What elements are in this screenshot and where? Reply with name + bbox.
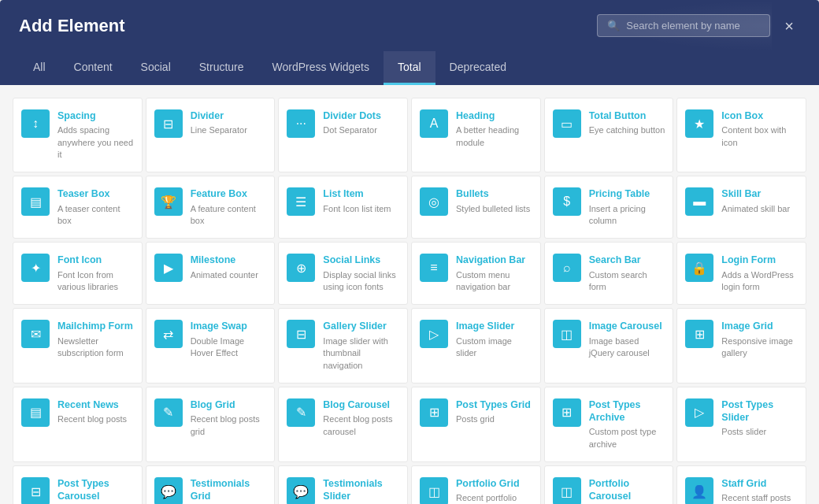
- element-card-social-links[interactable]: ⊕ Social Links Display social links usin…: [278, 242, 408, 305]
- element-icon: ▤: [21, 398, 50, 427]
- element-card-milestone[interactable]: ▶ Milestone Animated counter: [146, 242, 276, 305]
- element-text: Search Bar Custom search form: [589, 254, 665, 293]
- element-desc: Recent blog posts carousel: [323, 413, 399, 438]
- element-title: Icon Box: [721, 109, 798, 122]
- element-desc: Image slider with thumbnail navigation: [323, 335, 399, 372]
- element-text: Post Types Archive Custom post type arch…: [589, 398, 665, 450]
- element-card-mailchimp-form[interactable]: ✉ Mailchimp Form Newsletter subscription…: [13, 308, 143, 383]
- tab-deprecated[interactable]: Deprecated: [435, 51, 521, 85]
- element-card-total-button[interactable]: ▭ Total Button Eye catching button: [544, 98, 674, 172]
- tab-structure[interactable]: Structure: [185, 51, 258, 85]
- element-icon: ▤: [21, 187, 50, 216]
- element-icon: ▬: [685, 187, 713, 216]
- tabs-bar: All Content Social Structure WordPress W…: [0, 51, 819, 85]
- element-desc: Font Icon list item: [323, 203, 399, 215]
- search-box[interactable]: 🔍: [597, 14, 770, 37]
- element-card-portfolio-carousel[interactable]: ◫ Portfolio Carousel Recent portfolio po…: [544, 465, 674, 504]
- element-title: Font Icon: [57, 254, 134, 266]
- element-icon: ⇄: [154, 320, 183, 348]
- element-icon: ⊟: [287, 320, 315, 348]
- element-title: Testimonials Slider: [323, 477, 399, 503]
- element-icon: A: [420, 109, 448, 138]
- tab-all[interactable]: All: [19, 51, 60, 85]
- element-card-staff-grid[interactable]: 👤 Staff Grid Recent staff posts grid: [676, 465, 806, 504]
- element-desc: Adds spacing anywhere you need it: [57, 124, 134, 161]
- element-text: Blog Carousel Recent blog posts carousel: [323, 398, 399, 438]
- tab-social[interactable]: Social: [127, 51, 185, 85]
- element-title: Testimonials Grid: [191, 477, 267, 503]
- element-card-post-types-slider[interactable]: ▷ Post Types Slider Posts slider: [676, 387, 806, 462]
- element-card-blog-carousel[interactable]: ✎ Blog Carousel Recent blog posts carous…: [278, 387, 408, 462]
- element-icon: ···: [287, 109, 315, 138]
- tab-content[interactable]: Content: [60, 51, 127, 85]
- element-text: Spacing Adds spacing anywhere you need i…: [57, 109, 134, 161]
- element-icon: ▭: [553, 109, 581, 138]
- element-card-blog-grid[interactable]: ✎ Blog Grid Recent blog posts grid: [146, 387, 276, 462]
- search-input[interactable]: [626, 20, 760, 32]
- element-title: Skill Bar: [721, 187, 798, 200]
- element-title: Feature Box: [191, 187, 267, 200]
- modal-title: Add Element: [19, 16, 124, 36]
- element-title: Bullets: [456, 187, 532, 200]
- element-title: Milestone: [191, 254, 267, 266]
- element-title: Gallery Slider: [323, 320, 399, 332]
- element-title: Post Types Slider: [721, 398, 798, 424]
- element-card-heading[interactable]: A Heading A better heading module: [411, 98, 541, 172]
- element-text: Image Carousel Image based jQuery carous…: [589, 320, 665, 359]
- element-card-skill-bar[interactable]: ▬ Skill Bar Animated skill bar: [676, 176, 806, 239]
- element-card-teaser-box[interactable]: ▤ Teaser Box A teaser content box: [13, 176, 143, 239]
- element-text: Staff Grid Recent staff posts grid: [721, 477, 798, 504]
- element-card-spacing[interactable]: ↕ Spacing Adds spacing anywhere you need…: [13, 98, 143, 172]
- element-card-list-item[interactable]: ☰ List Item Font Icon list item: [278, 176, 408, 239]
- element-icon: ⊞: [685, 320, 713, 348]
- element-card-post-types-archive[interactable]: ⊞ Post Types Archive Custom post type ar…: [544, 387, 674, 462]
- close-button[interactable]: ×: [778, 15, 800, 37]
- element-card-login-form[interactable]: 🔒 Login Form Adds a WordPress login form: [676, 242, 806, 305]
- element-card-pricing-table[interactable]: $ Pricing Table Insert a pricing column: [544, 176, 674, 239]
- element-text: Social Links Display social links using …: [323, 254, 399, 293]
- element-desc: Line Separator: [191, 124, 267, 136]
- element-icon: ★: [685, 109, 713, 138]
- element-icon: ◫: [420, 477, 448, 504]
- element-card-font-icon[interactable]: ✦ Font Icon Font Icon from various libra…: [13, 242, 143, 305]
- tab-wordpress-widgets[interactable]: WordPress Widgets: [258, 51, 384, 85]
- element-title: Image Grid: [721, 320, 798, 332]
- element-title: Spacing: [57, 109, 134, 122]
- element-icon: ⊟: [21, 477, 50, 504]
- element-desc: Custom menu navigation bar: [456, 269, 532, 294]
- element-text: Testimonials Slider Recent testimonials …: [323, 477, 399, 504]
- element-text: Icon Box Content box with icon: [721, 109, 798, 149]
- element-card-image-swap[interactable]: ⇄ Image Swap Double Image Hover Effect: [146, 308, 276, 383]
- element-card-post-types-grid[interactable]: ⊞ Post Types Grid Posts grid: [411, 387, 541, 462]
- element-card-testimonials-grid[interactable]: 💬 Testimonials Grid Recent testimonials …: [146, 465, 276, 504]
- element-card-feature-box[interactable]: 🏆 Feature Box A feature content box: [146, 176, 276, 239]
- element-card-image-grid[interactable]: ⊞ Image Grid Responsive image gallery: [676, 308, 806, 383]
- element-title: Recent News: [57, 398, 134, 411]
- element-card-divider-dots[interactable]: ··· Divider Dots Dot Separator: [278, 98, 408, 172]
- element-card-portfolio-grid[interactable]: ◫ Portfolio Grid Recent portfolio posts …: [411, 465, 541, 504]
- tab-total[interactable]: Total: [384, 51, 435, 85]
- element-card-search-bar[interactable]: ⌕ Search Bar Custom search form: [544, 242, 674, 305]
- element-desc: Animated counter: [191, 269, 267, 281]
- element-icon: 💬: [154, 477, 183, 504]
- element-text: Image Swap Double Image Hover Effect: [191, 320, 267, 359]
- element-card-gallery-slider[interactable]: ⊟ Gallery Slider Image slider with thumb…: [278, 308, 408, 383]
- element-card-divider[interactable]: ⊟ Divider Line Separator: [146, 98, 276, 172]
- element-desc: A feature content box: [191, 203, 267, 228]
- element-card-icon-box[interactable]: ★ Icon Box Content box with icon: [676, 98, 806, 172]
- element-card-image-carousel[interactable]: ◫ Image Carousel Image based jQuery caro…: [544, 308, 674, 383]
- element-card-navigation-bar[interactable]: ≡ Navigation Bar Custom menu navigation …: [411, 242, 541, 305]
- element-card-image-slider[interactable]: ▷ Image Slider Custom image slider: [411, 308, 541, 383]
- element-card-bullets[interactable]: ◎ Bullets Styled bulleted lists: [411, 176, 541, 239]
- search-icon: 🔍: [607, 20, 620, 32]
- element-desc: Styled bulleted lists: [456, 203, 532, 215]
- element-desc: Recent portfolio posts grid: [456, 492, 532, 504]
- element-icon: ⊞: [420, 398, 448, 427]
- element-card-post-types-carousel[interactable]: ⊟ Post Types Carousel Posts carousel: [13, 465, 143, 504]
- element-title: Pricing Table: [589, 187, 665, 200]
- element-text: Milestone Animated counter: [191, 254, 267, 281]
- element-text: Teaser Box A teaser content box: [57, 187, 134, 227]
- element-card-recent-news[interactable]: ▤ Recent News Recent blog posts: [13, 387, 143, 462]
- element-desc: A better heading module: [456, 124, 532, 149]
- element-card-testimonials-slider[interactable]: 💬 Testimonials Slider Recent testimonial…: [278, 465, 408, 504]
